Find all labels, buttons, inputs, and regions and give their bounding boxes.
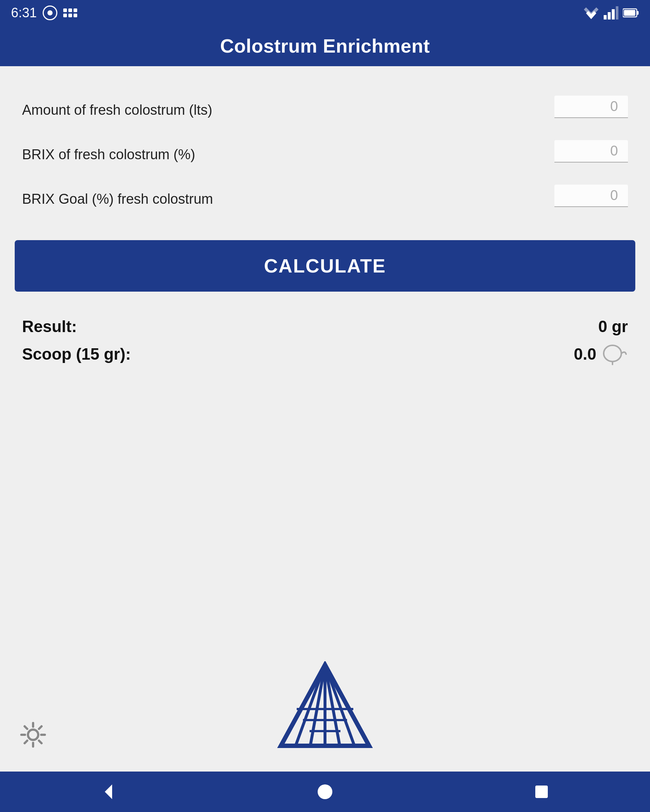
svg-marker-28 <box>105 785 112 799</box>
main-content: Amount of fresh colostrum (lts) BRIX of … <box>0 66 650 772</box>
status-bar-left: 6:31 <box>11 5 77 21</box>
field-input-1[interactable] <box>554 96 628 118</box>
result-value: 0 gr <box>598 317 628 336</box>
svg-line-16 <box>39 741 41 743</box>
svg-line-15 <box>24 726 27 729</box>
field-label-3: BRIX Goal (%) fresh colostrum <box>22 191 213 207</box>
field-row-3: BRIX Goal (%) fresh colostrum <box>15 174 635 218</box>
svg-point-29 <box>317 785 333 799</box>
field-input-wrapper-1 <box>554 96 628 118</box>
field-input-2[interactable] <box>554 140 628 163</box>
svg-line-20 <box>296 665 325 746</box>
battery-icon <box>623 8 639 18</box>
svg-rect-30 <box>535 786 548 798</box>
svg-rect-3 <box>608 12 611 20</box>
status-bar: 6:31 <box>0 0 650 26</box>
nav-home-button[interactable] <box>310 777 340 806</box>
svg-line-18 <box>24 741 27 743</box>
field-label-1: Amount of fresh colostrum (lts) <box>22 102 212 118</box>
back-icon <box>99 783 117 801</box>
svg-point-9 <box>604 345 621 362</box>
svg-rect-2 <box>604 15 607 20</box>
field-input-wrapper-3 <box>554 185 628 207</box>
field-input-3[interactable] <box>554 185 628 207</box>
calculate-button[interactable]: CALCULATE <box>15 240 635 292</box>
results-section: Result: 0 gr Scoop (15 gr): 0.0 <box>15 310 635 380</box>
result-row-1: Result: 0 gr <box>22 317 628 336</box>
svg-marker-1 <box>584 8 598 17</box>
settings-icon[interactable] <box>18 720 48 749</box>
status-bar-right <box>583 6 639 20</box>
signal-icon <box>604 6 618 20</box>
brand-logo <box>273 661 377 749</box>
home-icon <box>316 783 334 801</box>
field-input-wrapper-2 <box>554 140 628 163</box>
svg-rect-5 <box>616 6 618 20</box>
svg-line-17 <box>39 726 41 729</box>
svg-point-10 <box>28 730 38 740</box>
app-header: Colostrum Enrichment <box>0 26 650 66</box>
status-icon-2 <box>63 8 77 17</box>
status-icon-1 <box>43 6 57 20</box>
recent-icon <box>533 783 551 801</box>
field-row-1: Amount of fresh colostrum (lts) <box>15 85 635 129</box>
app-title: Colostrum Enrichment <box>220 35 430 57</box>
wifi-icon <box>583 7 599 19</box>
field-row-2: BRIX of fresh colostrum (%) <box>15 129 635 174</box>
svg-rect-4 <box>612 9 615 20</box>
scoop-icon <box>602 343 628 365</box>
scoop-value: 0.0 <box>574 343 628 365</box>
svg-line-24 <box>325 665 354 746</box>
nav-back-button[interactable] <box>94 777 123 806</box>
result-row-2: Scoop (15 gr): 0.0 <box>22 343 628 365</box>
bottom-nav <box>0 772 650 812</box>
nav-recent-button[interactable] <box>527 777 556 806</box>
result-label: Result: <box>22 317 77 336</box>
scoop-label: Scoop (15 gr): <box>22 345 131 363</box>
svg-rect-8 <box>624 10 635 16</box>
field-label-2: BRIX of fresh colostrum (%) <box>22 147 195 163</box>
status-time: 6:31 <box>11 5 37 21</box>
svg-rect-7 <box>637 11 639 15</box>
form-section: Amount of fresh colostrum (lts) BRIX of … <box>15 77 635 226</box>
